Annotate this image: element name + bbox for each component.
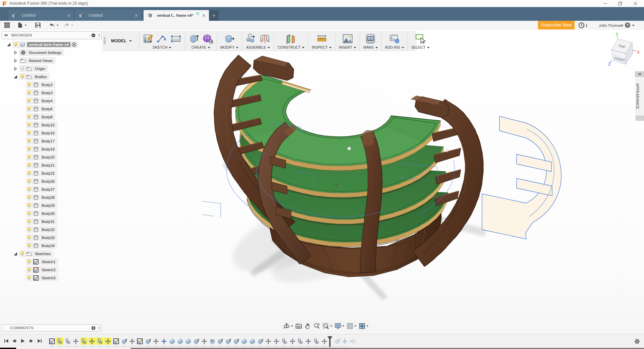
timeline-feature-move[interactable]: [289, 338, 296, 345]
ribbon-group[interactable]: CONSTRUCT: [274, 31, 308, 51]
browser-tree-row[interactable]: Origin: [13, 65, 48, 72]
skip-to-start-icon[interactable]: [4, 338, 9, 344]
scripts-addins-icon[interactable]: [389, 33, 400, 44]
browser-tree-row[interactable]: Body3: [20, 89, 55, 96]
timeline-feature-copy[interactable]: [281, 338, 288, 345]
quick-access-button[interactable]: [17, 22, 27, 28]
tree-collapsed-icon[interactable]: [13, 67, 17, 71]
insert-image-icon[interactable]: [342, 33, 353, 44]
timeline-feature-move[interactable]: [128, 338, 136, 345]
browser-tree-row[interactable]: Body15: [20, 121, 57, 128]
timeline-feature-chamfer[interactable]: [249, 338, 256, 345]
bulb-on-icon[interactable]: [27, 275, 31, 280]
browser-tree-row[interactable]: Sketch2: [20, 266, 58, 273]
bulb-on-icon[interactable]: [20, 251, 24, 256]
navigation-button[interactable]: [359, 323, 369, 330]
quick-access-button[interactable]: [35, 22, 41, 28]
print-3d-icon[interactable]: [365, 33, 376, 44]
quick-access-button[interactable]: [4, 22, 10, 28]
extrude-icon[interactable]: [189, 33, 200, 44]
help-button[interactable]: [625, 22, 631, 28]
tab-close-icon[interactable]: [202, 14, 206, 17]
timeline-feature-chamfer[interactable]: [169, 338, 176, 345]
browser-tree-row[interactable]: Sketch3: [20, 274, 58, 281]
ribbon-group[interactable]: MODIFY: [217, 31, 242, 51]
timeline-feature-disabled-mirror[interactable]: [349, 338, 356, 345]
bulb-on-icon[interactable]: [27, 138, 31, 143]
bulb-on-icon[interactable]: [27, 235, 31, 240]
browser-tree-row[interactable]: Body18: [20, 146, 57, 153]
new-component-icon[interactable]: [246, 33, 257, 44]
step-back-icon[interactable]: [12, 338, 17, 344]
browser-tree-row[interactable]: Body27: [20, 186, 57, 193]
ribbon-group[interactable]: SELECT: [408, 31, 433, 51]
tree-collapsed-icon[interactable]: [13, 59, 17, 63]
bulb-on-icon[interactable]: [27, 179, 31, 184]
timeline-feature-move[interactable]: [273, 338, 280, 345]
navigation-button[interactable]: [304, 323, 311, 330]
browser-tree-row[interactable]: Body20: [20, 154, 57, 161]
restore-icon[interactable]: [618, 1, 622, 6]
timeline-feature-extrude[interactable]: [145, 338, 152, 345]
timeline-feature-extrude[interactable]: [257, 338, 264, 345]
timeline-feature-extrude[interactable]: [225, 338, 232, 345]
browser-tree-row[interactable]: Body33: [20, 234, 57, 241]
browser-tree-row[interactable]: Bodies: [13, 73, 49, 80]
tree-collapsed-icon[interactable]: [13, 51, 17, 55]
browser-tree-row[interactable]: Body2: [20, 81, 55, 88]
browser-tree-row[interactable]: Body21: [20, 162, 57, 169]
document-tab[interactable]: Untitled: [8, 10, 74, 21]
timeline-feature-chamfer[interactable]: [176, 338, 183, 345]
timeline-feature-extrude[interactable]: [233, 338, 240, 345]
select-icon[interactable]: [415, 33, 426, 44]
bulb-on-icon[interactable]: [27, 211, 31, 216]
bulb-on-icon[interactable]: [27, 243, 31, 248]
comments-panel[interactable]: COMMENTS: [2, 324, 102, 332]
ribbon-group[interactable]: MAKE: [360, 31, 381, 51]
bulb-off-icon[interactable]: [20, 66, 24, 71]
bulb-on-icon[interactable]: [27, 114, 31, 119]
bulb-on-icon[interactable]: [27, 155, 31, 160]
timeline-feature-copy[interactable]: [56, 338, 63, 345]
workspace-switcher[interactable]: MODEL: [105, 31, 139, 51]
bulb-on-icon[interactable]: [14, 42, 17, 47]
browser-tree-row[interactable]: Body6: [20, 105, 55, 112]
ribbon-group[interactable]: SKETCH: [139, 31, 185, 51]
ribbon-group[interactable]: INSPECT: [308, 31, 335, 51]
bulb-on-icon[interactable]: [20, 74, 24, 79]
browser-tree-row[interactable]: Body4: [20, 97, 55, 104]
bulb-on-icon[interactable]: [27, 163, 31, 168]
browser-tree-row[interactable]: Body30: [20, 210, 57, 217]
bulb-on-icon[interactable]: [27, 187, 31, 192]
browser-tree-row[interactable]: Sketches: [13, 250, 53, 257]
browser-tree-row[interactable]: Body17: [20, 137, 57, 144]
timeline-feature-boundary-fill[interactable]: [209, 338, 216, 345]
tree-expanded-icon[interactable]: [13, 75, 17, 79]
browser-tree-row[interactable]: Sketch1: [20, 258, 58, 265]
tree-expanded-icon[interactable]: [7, 43, 11, 47]
timeline-feature-sketch[interactable]: [137, 338, 144, 345]
notifications-button[interactable]: 1: [578, 22, 588, 28]
bulb-on-icon[interactable]: [27, 195, 31, 200]
user-menu[interactable]: Jofin Thomas: [599, 23, 622, 27]
browser-tree-row[interactable]: Body8: [20, 113, 55, 120]
bulb-on-icon[interactable]: [27, 106, 31, 111]
bulb-on-icon[interactable]: [27, 267, 31, 272]
plus-circle-icon[interactable]: [91, 326, 96, 330]
create-sketch-icon[interactable]: [143, 33, 154, 44]
subscribe-now-button[interactable]: Subscribe Now: [538, 21, 575, 30]
timeline-feature-move[interactable]: [305, 338, 312, 345]
quick-access-button[interactable]: [49, 22, 59, 28]
browser-panel-header[interactable]: BROWSER: [1, 31, 102, 39]
timeline-feature-move[interactable]: [265, 338, 272, 345]
minimize-icon[interactable]: [603, 1, 607, 6]
skip-to-end-icon[interactable]: [37, 338, 42, 344]
bulb-on-icon[interactable]: [27, 130, 31, 135]
quick-access-button[interactable]: [64, 22, 73, 28]
timeline-feature-copy[interactable]: [64, 338, 71, 345]
timeline-feature-chamfer[interactable]: [184, 338, 192, 345]
timeline-feature-move[interactable]: [104, 338, 111, 345]
browser-tree-row[interactable]: Body26: [20, 178, 57, 185]
viewport-canvas[interactable]: TOP FRONT Y X Z: [0, 0, 644, 349]
bulb-on-icon[interactable]: [27, 98, 31, 103]
